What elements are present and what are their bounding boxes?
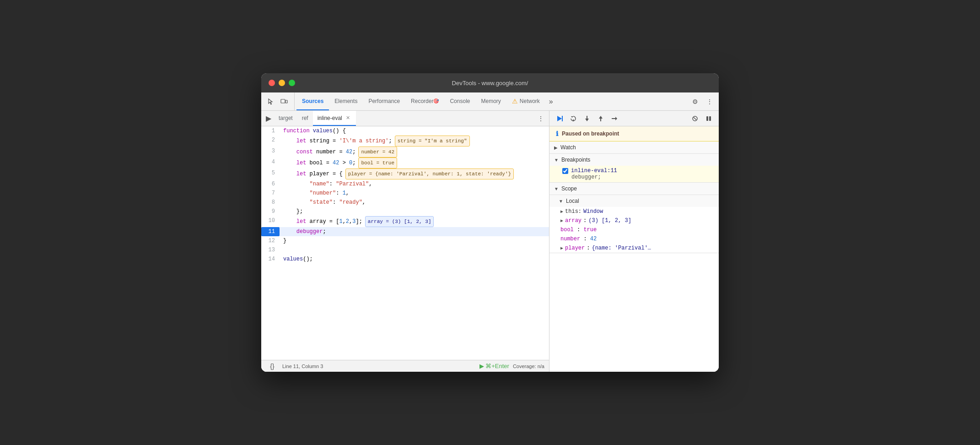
local-section-header[interactable]: ▼ Local [549,195,719,207]
line-number: 4 [261,157,280,168]
tab-recorder[interactable]: Recorder 🎯 [405,92,444,110]
scope-array-label: array [565,217,582,224]
line-content: "number": 1, [280,189,549,198]
step-over-button[interactable] [567,112,580,125]
table-row: 5 let player = {player = {name: 'Parziva… [261,168,549,179]
left-panel: ▶ target ref inline-eval ✕ ⋮ [261,111,549,372]
scope-this-expand: ▶ this: Window [560,208,714,215]
scope-item-number: number : 42 [549,234,719,244]
coverage-status: Coverage: n/a [513,364,544,369]
resume-button[interactable] [553,112,566,125]
table-row: 4 let bool = 42 > 0;bool = true [261,157,549,168]
file-tab-target[interactable]: target [274,111,297,126]
run-snippet-button[interactable]: ▶ ⌘+Enter [479,363,509,369]
line-content: "state": "ready", [280,198,549,207]
minimize-button[interactable] [279,80,285,86]
svg-rect-0 [281,99,285,103]
breakpoints-expand-icon: ▼ [554,157,559,163]
line-number: 8 [261,198,280,207]
watch-section-header[interactable]: ▶ Watch [549,141,719,153]
watch-expand-icon: ▶ [554,145,558,150]
table-row: 14 values(); [261,255,549,264]
eval-bubble-blue: array = (3) [1, 2, 3] [365,216,434,227]
local-section-label: Local [566,198,579,204]
main-tabs-bar: Sources Elements Performance Recorder 🎯 … [261,92,719,111]
scope-player-expand-icon: ▶ [560,245,563,251]
pause-on-exceptions-button[interactable] [702,112,715,125]
line-content: values(); [280,255,549,264]
svg-marker-2 [557,116,562,121]
line-number: 6 [261,179,280,189]
tab-memory[interactable]: Memory [475,92,506,110]
breakpoint-filename: inline-eval:11 [571,168,617,174]
more-options-button[interactable]: ⋮ [703,95,716,108]
tab-network[interactable]: ⚠ Network [506,92,545,110]
window-title: DevTools - www.google.com/ [452,80,528,87]
scope-item-player[interactable]: ▶ player : {name: 'Parzival'… [549,244,719,253]
scope-this-label: this: [565,208,582,215]
status-left: {} Line 11, Column 3 [266,360,323,372]
line-content [280,245,549,255]
line-content: let string = 'I\'m a string';string = "I… [280,136,549,147]
close-button[interactable] [269,80,275,86]
format-code-button[interactable]: {} [266,360,279,372]
expand-icon: ▶ [266,114,271,123]
breakpoints-section: ▼ Breakpoints inline-eval:11 debugger; [549,154,719,183]
file-tab-expand-icon[interactable]: ▶ [263,111,274,126]
network-warning-icon: ⚠ [512,98,518,105]
line-number: 1 [261,126,280,136]
table-row: 10 let array = [1,2,3];array = (3) [1, 2… [261,216,549,227]
deactivate-breakpoints-button[interactable] [689,112,701,125]
device-toggle-button[interactable] [278,95,291,108]
source-more-button[interactable]: ⋮ [534,112,547,125]
scope-player-expand: ▶ player : {name: 'Parzival'… [560,245,714,251]
line-number: 7 [261,189,280,198]
code-editor[interactable]: 1 function values() { 2 let string = 'I\… [261,126,549,360]
scope-item-array[interactable]: ▶ array : (3) [1, 2, 3] [549,216,719,225]
scope-player-value: {name: 'Parzival'… [592,245,651,251]
breakpoint-notice: ℹ Paused on breakpoint [549,126,719,141]
svg-rect-3 [562,116,563,121]
tab-performance[interactable]: Performance [363,92,405,110]
step-out-button[interactable] [594,112,607,125]
table-row: 13 [261,245,549,255]
step-into-button[interactable] [581,112,593,125]
svg-marker-9 [599,116,603,119]
traffic-lights [269,80,295,86]
cursor-icon [267,98,274,105]
file-tab-inline-eval[interactable]: inline-eval ✕ [313,111,356,126]
line-content: let player = {player = {name: 'Parzival'… [280,168,549,179]
line-number: 9 [261,207,280,216]
recorder-dot-icon: 🎯 [433,98,439,103]
inspect-element-button[interactable] [264,95,277,108]
resume-icon [556,115,563,122]
step-button[interactable] [608,112,621,125]
watch-section: ▶ Watch [549,141,719,154]
scope-item-this[interactable]: ▶ this: Window [549,207,719,216]
breakpoints-section-header[interactable]: ▼ Breakpoints [549,154,719,166]
scope-this-value: Window [583,208,603,215]
tabs-overflow-button[interactable]: » [545,92,557,110]
file-tab-close-button[interactable]: ✕ [345,115,351,121]
settings-button[interactable]: ⚙ [689,95,701,108]
breakpoint-notice-text: Paused on breakpoint [562,130,619,137]
breakpoint-checkbox[interactable] [562,168,568,174]
line-number: 3 [261,147,280,157]
devtools-window: DevTools - www.google.com/ Sources [261,73,719,372]
tab-sources[interactable]: Sources [296,92,329,110]
table-row: 7 "number": 1, [261,189,549,198]
scope-number-label: number [560,236,580,242]
table-row: 2 let string = 'I\'m a string';string = … [261,136,549,147]
scope-section-header[interactable]: ▼ Scope [549,183,719,195]
table-row: 12 } [261,236,549,245]
tab-sources-label: Sources [302,98,323,104]
maximize-button[interactable] [289,80,295,86]
tab-elements[interactable]: Elements [329,92,363,110]
line-content: }; [280,207,549,216]
scope-array-expand-icon: ▶ [560,218,563,223]
scope-player-label: player [565,245,585,251]
file-tab-ref[interactable]: ref [297,111,313,126]
tab-console[interactable]: Console [444,92,475,110]
tab-console-label: Console [450,98,470,104]
table-row: 8 "state": "ready", [261,198,549,207]
